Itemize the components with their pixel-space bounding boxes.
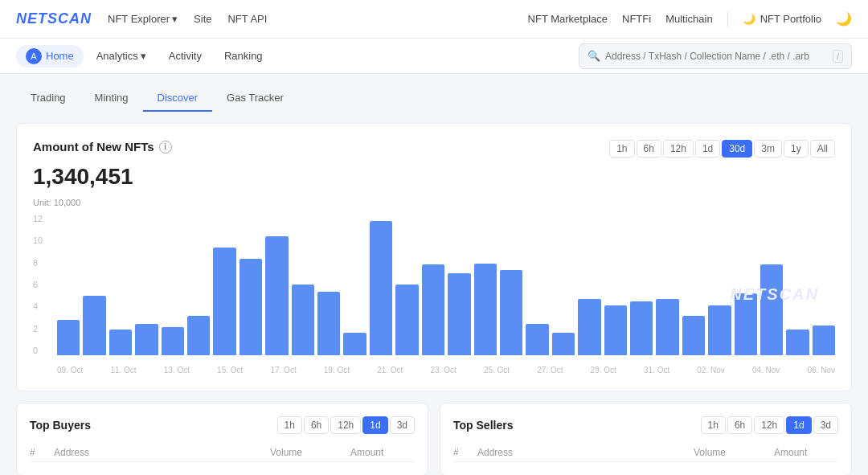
nft-marketplace-link[interactable]: NFT Marketplace <box>528 13 608 25</box>
site-link[interactable]: Site <box>194 13 211 25</box>
tf-1d[interactable]: 1d <box>695 140 720 158</box>
buyers-tf-1d[interactable]: 1d <box>362 416 387 434</box>
page-tabs: Trading Minting Discover Gas Tracker <box>16 85 852 112</box>
x-axis-label: 21. Oct <box>377 366 403 375</box>
x-axis-label: 17. Oct <box>270 366 296 375</box>
portfolio-icon: 🌙 <box>743 13 755 25</box>
chart-bar <box>317 292 340 355</box>
x-axis-label: 25. Oct <box>484 366 510 375</box>
time-filters: 1h 6h 12h 1d 30d 3m 1y All <box>609 140 835 158</box>
search-icon: 🔍 <box>588 50 600 62</box>
y-axis: 0 2 4 6 8 10 12 <box>33 214 52 355</box>
sellers-tf-12h[interactable]: 12h <box>754 416 784 434</box>
chart-bar <box>656 299 678 355</box>
chart-header: Amount of New NFTs i 1h 6h 12h 1d 30d 3m… <box>33 140 835 158</box>
x-axis-label: 11. Oct <box>110 366 136 375</box>
analytics-link[interactable]: Analytics ▾ <box>87 50 156 62</box>
top-buyers-title: Top Buyers <box>30 419 91 432</box>
bottom-cards: Top Buyers 1h 6h 12h 1d 3d # Address Vol… <box>16 403 852 475</box>
tf-12h[interactable]: 12h <box>663 140 694 158</box>
tf-1y[interactable]: 1y <box>784 140 809 158</box>
tf-3m[interactable]: 3m <box>754 140 782 158</box>
buyers-tf-3d[interactable]: 3d <box>390 416 415 434</box>
chart-bar <box>786 330 809 355</box>
top-navigation: NETSCAN NFT Explorer ▾ Site NFT API NFT … <box>0 0 868 39</box>
sellers-tf-1d[interactable]: 1d <box>786 416 811 434</box>
page-content: Trading Minting Discover Gas Tracker Amo… <box>0 74 868 475</box>
nftfi-link[interactable]: NFTFi <box>622 13 651 25</box>
home-button[interactable]: A Home <box>16 45 84 68</box>
chart-bar <box>109 330 132 355</box>
chart-bar <box>240 259 262 355</box>
chart-bar <box>448 273 470 355</box>
info-icon[interactable]: i <box>159 141 172 154</box>
top-nav-right: NFT Marketplace NFTFi Multichain 🌙 NFT P… <box>528 11 852 27</box>
chart-bar <box>213 248 235 355</box>
chart-value: 1,340,451 <box>33 164 835 190</box>
chart-bar <box>292 285 314 355</box>
activity-link[interactable]: Activity <box>159 50 211 62</box>
chart-bar <box>162 327 184 355</box>
search-input[interactable] <box>605 51 828 62</box>
bars-area <box>57 214 835 355</box>
x-axis-label: 19. Oct <box>324 366 350 375</box>
second-navigation: A Home Analytics ▾ Activity Ranking 🔍 / <box>0 39 868 74</box>
sellers-tf-6h[interactable]: 6h <box>727 416 752 434</box>
nft-explorer-link[interactable]: NFT Explorer ▾ <box>108 13 178 25</box>
second-nav-left: A Home Analytics ▾ Activity Ranking <box>16 45 272 68</box>
buyers-tf-6h[interactable]: 6h <box>304 416 329 434</box>
chart-bar <box>265 236 288 355</box>
x-axis-label: 15. Oct <box>217 366 243 375</box>
multichain-link[interactable]: Multichain <box>665 13 713 25</box>
tf-6h[interactable]: 6h <box>637 140 661 158</box>
x-axis-label: 23. Oct <box>431 366 457 375</box>
chart-bar <box>422 264 444 355</box>
chevron-down-icon: ▾ <box>141 50 146 62</box>
chart-bar <box>135 324 158 355</box>
search-bar[interactable]: 🔍 / <box>579 43 852 69</box>
x-axis-label: 29. Oct <box>591 366 616 375</box>
chart-bar <box>526 324 548 355</box>
buyers-tf-1h[interactable]: 1h <box>277 416 302 434</box>
logo[interactable]: NETSCAN <box>16 10 92 27</box>
x-axis-label: 06. Nov <box>807 366 834 375</box>
x-axis-label: 13. Oct <box>164 366 190 375</box>
chart-bar <box>474 264 497 355</box>
tab-trading[interactable]: Trading <box>16 85 80 112</box>
top-sellers-title: Top Sellers <box>453 419 513 432</box>
chart-bar <box>57 320 80 355</box>
chart-bar <box>682 316 705 355</box>
sellers-time-filters: 1h 6h 12h 1d 3d <box>701 416 838 434</box>
x-axis-label: 02. Nov <box>697 366 724 375</box>
portfolio-button[interactable]: 🌙 NFT Portfolio <box>743 13 821 25</box>
sellers-tf-3d[interactable]: 3d <box>813 416 838 434</box>
sellers-tf-1h[interactable]: 1h <box>701 416 726 434</box>
chart-bar <box>630 301 653 355</box>
chevron-down-icon: ▾ <box>172 13 178 25</box>
tf-1h[interactable]: 1h <box>609 140 634 158</box>
chart-bar <box>552 333 575 355</box>
nft-api-link[interactable]: NFT API <box>227 13 267 25</box>
ranking-link[interactable]: Ranking <box>215 50 272 62</box>
search-slash: / <box>833 50 843 63</box>
tab-gas-tracker[interactable]: Gas Tracker <box>212 85 298 112</box>
x-axis-label: 09. Oct <box>57 366 83 375</box>
chart-bar <box>395 285 418 355</box>
chart-bar <box>604 305 627 355</box>
top-nav-left: NETSCAN NFT Explorer ▾ Site NFT API <box>16 10 267 27</box>
chart-unit: Unit: 10,000 <box>33 198 835 207</box>
tf-all[interactable]: All <box>810 140 835 158</box>
dark-mode-toggle[interactable]: 🌙 <box>836 11 852 27</box>
top-sellers-card: Top Sellers 1h 6h 12h 1d 3d # Address Vo… <box>440 403 852 475</box>
chart-card: Amount of New NFTs i 1h 6h 12h 1d 30d 3m… <box>16 123 852 391</box>
tab-discover[interactable]: Discover <box>143 85 213 112</box>
x-axis-label: 31. Oct <box>644 366 669 375</box>
chart-bar <box>735 293 757 355</box>
chart-bar <box>813 326 835 355</box>
chart-bar <box>500 270 522 355</box>
chart-bar <box>370 221 392 355</box>
tf-30d[interactable]: 30d <box>722 140 752 158</box>
buyers-tf-12h[interactable]: 12h <box>330 416 361 434</box>
divider <box>727 11 728 27</box>
tab-minting[interactable]: Minting <box>80 85 143 112</box>
